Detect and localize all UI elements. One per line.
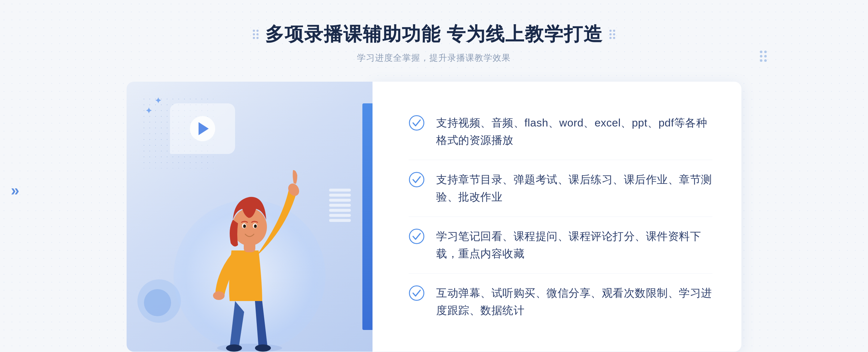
svg-point-11: [244, 225, 246, 227]
svg-point-14: [409, 172, 424, 187]
stripe-line-4: [329, 204, 351, 207]
stripe-line-6: [329, 214, 351, 217]
svg-point-15: [409, 229, 424, 244]
sparkle-icon-1: ✦: [155, 96, 161, 106]
blue-accent-bar: [362, 103, 373, 330]
deco-stripe: [329, 189, 351, 236]
stripe-line-3: [329, 199, 351, 202]
page-wrapper: » 多项录播课辅助功能 专为线上教学打造 学习进度全掌握，提升录播课教学效果: [0, 0, 868, 352]
svg-point-3: [213, 291, 225, 300]
svg-point-2: [255, 344, 271, 352]
features-panel: 支持视频、音频、flash、word、excel、ppt、pdf等各种格式的资源…: [373, 82, 741, 352]
check-icon-3: [409, 228, 425, 244]
stripe-line-2: [329, 194, 351, 197]
feature-item-1: 支持视频、音频、flash、word、excel、ppt、pdf等各种格式的资源…: [409, 103, 712, 160]
dots-icon-right: [609, 30, 615, 39]
feature-item-3: 学习笔记回看、课程提问、课程评论打分、课件资料下载，重点内容收藏: [409, 217, 712, 274]
figure-illustration: [195, 156, 304, 352]
check-icon-4: [409, 285, 425, 301]
feature-text-1: 支持视频、音频、flash、word、excel、ppt、pdf等各种格式的资源…: [436, 114, 712, 149]
main-title: 多项录播课辅助功能 专为线上教学打造: [265, 22, 603, 47]
svg-point-12: [255, 225, 256, 227]
video-bubble: [170, 103, 235, 154]
feature-text-3: 学习笔记回看、课程提问、课程评论打分、课件资料下载，重点内容收藏: [436, 228, 712, 262]
check-icon-2: [409, 172, 425, 188]
feature-text-2: 支持章节目录、弹题考试、课后练习、课后作业、章节测验、批改作业: [436, 171, 712, 206]
feature-text-4: 互动弹幕、试听购买、微信分享、观看次数限制、学习进度跟踪、数据统计: [436, 284, 712, 319]
illustration-panel: ✦ ✦: [127, 82, 373, 352]
header-subtitle: 学习进度全掌握，提升录播课教学效果: [253, 52, 615, 64]
svg-point-13: [409, 116, 424, 130]
content-area: ✦ ✦: [127, 82, 741, 352]
sparkle-icon-2: ✦: [145, 106, 152, 116]
outer-deco-left: »: [11, 182, 19, 199]
svg-point-1: [226, 344, 242, 352]
check-icon-1: [409, 115, 425, 131]
svg-point-16: [409, 286, 424, 300]
stripe-line-1: [329, 189, 351, 192]
header-title-row: 多项录播课辅助功能 专为线上教学打造: [253, 22, 615, 47]
header-section: 多项录播课辅助功能 专为线上教学打造 学习进度全掌握，提升录播课教学效果: [253, 22, 615, 64]
feature-item-4: 互动弹幕、试听购买、微信分享、观看次数限制、学习进度跟踪、数据统计: [409, 274, 712, 330]
dots-icon-left: [253, 30, 259, 39]
circle-inner: [144, 289, 171, 316]
play-triangle-icon: [199, 122, 209, 135]
feature-item-2: 支持章节目录、弹题考试、课后练习、课后作业、章节测验、批改作业: [409, 160, 712, 217]
stripe-line-5: [329, 209, 351, 212]
stripe-line-7: [329, 219, 351, 222]
outer-deco-right: [760, 51, 767, 62]
play-button: [190, 116, 215, 141]
